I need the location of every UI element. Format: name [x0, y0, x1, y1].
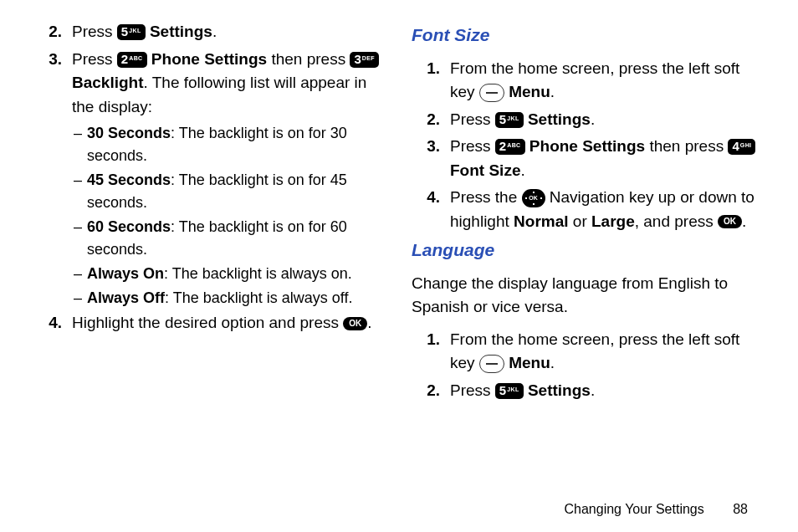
nav-key-icon — [522, 189, 545, 207]
text: Press — [72, 50, 117, 68]
key-3-icon: 3DEF — [350, 52, 379, 68]
step-body: Press 2ABC Phone Settings then press 4GH… — [450, 135, 765, 182]
fs-step-2: 2. Press 5JKL Settings. — [412, 108, 765, 132]
step-number: 4. — [33, 311, 72, 335]
key-5-icon: 5JKL — [495, 383, 524, 399]
dot: . — [550, 354, 555, 371]
sub-item: – Always On: The backlight is always on. — [74, 263, 386, 285]
backlight-label: Backlight — [72, 74, 144, 91]
step-body: Press 2ABC Phone Settings then press 3DE… — [72, 48, 386, 120]
dot: . — [742, 212, 746, 230]
key-5-icon: 5JKL — [495, 112, 524, 128]
footer-title: Changing Your Settings — [565, 502, 704, 516]
ok-key-icon: OK — [343, 317, 367, 330]
option-label: Always Off — [87, 289, 165, 306]
text: Highlight the desired option and press — [72, 314, 343, 331]
dot: . — [550, 83, 555, 100]
dot: . — [367, 314, 371, 331]
option-label: Always On — [87, 265, 164, 282]
step-body: From the home screen, press the left sof… — [450, 328, 765, 376]
phone-settings-label: Phone Settings — [525, 137, 646, 155]
right-column: Font Size 1. From the home screen, press… — [412, 20, 765, 477]
option-desc: : The backlight is always off. — [165, 289, 352, 306]
option-label: 30 Seconds — [87, 125, 171, 141]
step-4: 4. Highlight the desired option and pres… — [33, 311, 386, 335]
phone-settings-label: Phone Settings — [147, 50, 268, 68]
normal-label: Normal — [514, 212, 568, 230]
step-number: 3. — [412, 135, 450, 182]
text: Press — [450, 137, 495, 155]
soft-key-icon — [479, 355, 504, 373]
text: then press — [267, 50, 350, 68]
sub-item: – 45 Seconds: The backlight is on for 45… — [74, 169, 386, 214]
text: or — [569, 212, 591, 230]
key-2-icon: 2ABC — [117, 52, 147, 68]
dash: – — [74, 169, 87, 214]
menu-label: Menu — [504, 83, 550, 100]
settings-label: Settings — [146, 23, 212, 40]
text: Press — [450, 381, 495, 399]
step-body: Highlight the desired option and press O… — [72, 311, 386, 335]
sub-item: – 30 Seconds: The backlight is on for 30… — [74, 122, 386, 167]
step-body: Press 5JKL Settings. — [450, 108, 765, 132]
lg-step-2: 2. Press 5JKL Settings. — [412, 379, 765, 403]
dash: – — [74, 122, 87, 167]
option-desc: : The backlight is always on. — [164, 265, 352, 282]
dot: . — [591, 110, 595, 128]
text: Press — [72, 23, 117, 40]
dash: – — [74, 263, 87, 285]
dash: – — [74, 216, 87, 261]
option-label: 45 Seconds — [87, 171, 171, 188]
step-number: 2. — [33, 20, 72, 44]
left-column: 2. Press 5JKL Settings. 3. Press 2ABC Ph… — [33, 20, 386, 477]
settings-label: Settings — [524, 381, 591, 399]
step-2: 2. Press 5JKL Settings. — [33, 20, 386, 44]
step-number: 1. — [412, 57, 450, 105]
step-body: Press 5JKL Settings. — [72, 20, 386, 44]
fs-step-1: 1. From the home screen, press the left … — [412, 57, 765, 105]
step-number: 1. — [412, 328, 450, 376]
step-body: Press 5JKL Settings. — [450, 379, 765, 403]
step-body: From the home screen, press the left sof… — [450, 57, 765, 105]
settings-label: Settings — [524, 110, 591, 128]
dash: – — [74, 287, 87, 309]
sub-item: – Always Off: The backlight is always of… — [74, 287, 386, 309]
lg-step-1: 1. From the home screen, press the left … — [412, 328, 765, 376]
heading-language: Language — [412, 237, 765, 263]
page-number: 88 — [733, 502, 748, 516]
fs-step-3: 3. Press 2ABC Phone Settings then press … — [412, 135, 765, 182]
key-2-icon: 2ABC — [495, 139, 525, 155]
language-intro: Change the display language from English… — [412, 272, 765, 320]
step-number: 3. — [33, 48, 72, 120]
step-number: 2. — [412, 108, 450, 132]
dot: . — [520, 161, 524, 179]
key-4-icon: 4GHI — [728, 139, 755, 155]
key-5-icon: 5JKL — [117, 24, 146, 40]
step-body: Press the Navigation key up or down to h… — [450, 186, 765, 233]
page-content: 2. Press 5JKL Settings. 3. Press 2ABC Ph… — [0, 0, 798, 485]
font-size-label: Font Size — [450, 161, 520, 179]
dot: . — [591, 381, 595, 399]
soft-key-icon — [479, 84, 504, 102]
option-label: 60 Seconds — [87, 218, 171, 235]
text: Press — [450, 110, 495, 128]
text: , and press — [635, 212, 718, 230]
step-number: 4. — [412, 186, 450, 233]
fs-step-4: 4. Press the Navigation key up or down t… — [412, 186, 765, 233]
heading-font-size: Font Size — [412, 22, 765, 49]
dot: . — [212, 23, 217, 40]
step-3: 3. Press 2ABC Phone Settings then press … — [33, 48, 386, 120]
text: then press — [645, 137, 728, 155]
page-footer: Changing Your Settings 88 — [565, 502, 749, 517]
menu-label: Menu — [504, 354, 550, 371]
sub-item: – 60 Seconds: The backlight is on for 60… — [74, 216, 386, 261]
step-number: 2. — [412, 379, 450, 403]
ok-key-icon: OK — [718, 215, 742, 228]
text: Press the — [450, 188, 522, 206]
large-label: Large — [591, 212, 635, 230]
